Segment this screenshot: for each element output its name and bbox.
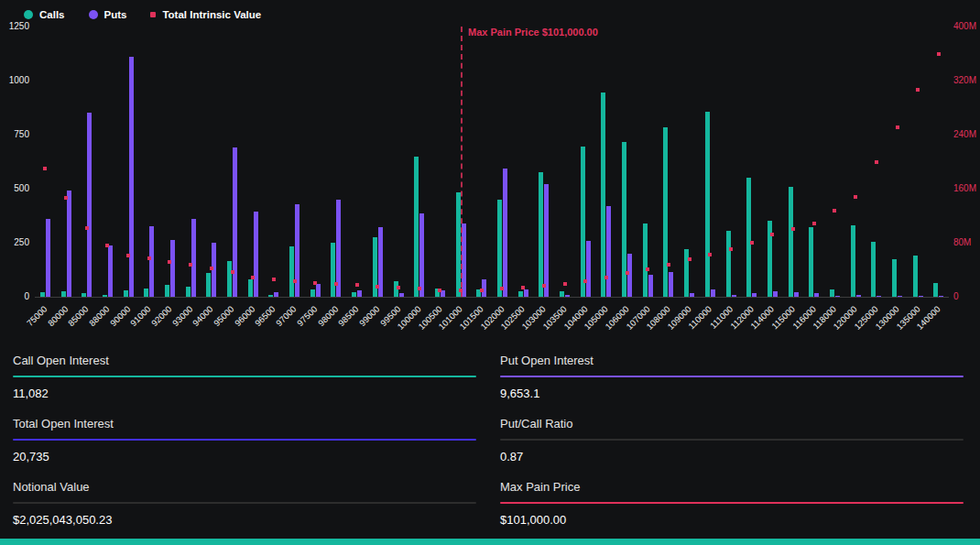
- legend-item-puts[interactable]: Puts: [89, 9, 127, 20]
- tiv-dot: [833, 209, 836, 213]
- right-y-tick: 0: [953, 292, 959, 301]
- tiv-dot: [168, 260, 171, 264]
- stat-label: Put Open Interest: [500, 354, 964, 367]
- put-bar: [233, 147, 237, 297]
- put-bar: [316, 284, 321, 297]
- call-bar: [913, 256, 918, 297]
- bar-group-104000: [575, 27, 596, 297]
- put-bar: [939, 296, 943, 297]
- call-bar: [186, 287, 191, 297]
- call-bar: [414, 157, 419, 297]
- put-bar: [794, 292, 799, 297]
- tiv-dot: [189, 263, 192, 267]
- stat-max-pain-price: Max Pain Price $101,000.00: [500, 478, 964, 527]
- x-tick: 140000: [929, 298, 950, 340]
- call-bar: [227, 261, 232, 297]
- stat-underline: [13, 439, 476, 441]
- call-bar: [789, 187, 793, 297]
- bar-group-125000: [866, 27, 887, 297]
- call-bar: [726, 231, 731, 297]
- legend-item-calls[interactable]: Calls: [24, 9, 65, 20]
- put-bar: [170, 240, 175, 297]
- call-bar: [851, 225, 855, 297]
- tiv-dot: [418, 287, 421, 290]
- bar-group-99000: [367, 27, 388, 297]
- put-bar: [732, 295, 736, 297]
- right-y-tick: 160M: [953, 184, 976, 193]
- call-bar: [268, 295, 273, 297]
- right-y-tick: 240M: [953, 130, 976, 139]
- call-bar: [892, 259, 897, 297]
- put-bar: [544, 184, 549, 297]
- bar-group-99500: [388, 27, 409, 297]
- bar-group-96500: [264, 27, 285, 297]
- call-bar: [289, 246, 294, 297]
- bar-group-75000: [35, 27, 56, 297]
- put-bar: [690, 293, 694, 297]
- stat-label: Put/Call Ratio: [500, 417, 964, 431]
- left-y-tick: 500: [14, 184, 29, 193]
- call-bar: [684, 249, 689, 297]
- tiv-dot: [210, 267, 213, 270]
- bar-group-98500: [346, 27, 367, 297]
- put-bar: [586, 241, 591, 297]
- tiv-dot: [937, 52, 941, 56]
- stat-label: Notional Value: [13, 480, 476, 494]
- put-bar: [191, 219, 196, 297]
- max-pain-line: [461, 27, 463, 297]
- bar-group-103000: [534, 27, 555, 297]
- tiv-dot: [667, 263, 670, 267]
- tiv-dot: [231, 270, 234, 274]
- bar-group-103500: [554, 27, 575, 297]
- put-bar: [648, 275, 653, 297]
- bar-group-100500: [430, 27, 451, 297]
- right-y-tick: 320M: [953, 76, 976, 85]
- stat-value: 0.87: [500, 450, 964, 463]
- call-bar: [103, 295, 107, 297]
- call-bar: [248, 279, 253, 297]
- legend-label-calls: Calls: [39, 9, 65, 20]
- tiv-dot: [604, 276, 608, 279]
- tiv-dot: [583, 279, 587, 283]
- call-bar: [61, 291, 66, 297]
- x-axis: 7500080000850008800090000910009200093000…: [35, 298, 949, 340]
- bar-group-85000: [76, 27, 97, 297]
- legend-item-total-intrinsic-value[interactable]: Total Intrinsic Value: [150, 9, 261, 20]
- put-bar: [565, 295, 570, 297]
- call-bar: [144, 289, 148, 297]
- bar-group-105000: [596, 27, 617, 297]
- stat-call-open-interest: Call Open Interest 11,082: [13, 352, 476, 400]
- bar-group-111000: [721, 27, 742, 297]
- tiv-dot: [105, 244, 109, 247]
- tiv-dot: [708, 253, 712, 256]
- tiv-dot: [542, 284, 546, 288]
- put-bar: [149, 226, 154, 297]
- put-bar: [627, 254, 632, 297]
- legend-label-puts: Puts: [104, 9, 127, 20]
- call-bar: [871, 242, 876, 297]
- put-bar: [108, 245, 113, 297]
- tiv-dot: [147, 256, 151, 260]
- put-bar: [856, 295, 861, 297]
- right-y-tick: 400M: [953, 22, 976, 31]
- tiv-dot: [313, 281, 317, 285]
- tiv-dot: [251, 276, 255, 279]
- bar-group-88000: [97, 27, 118, 297]
- bar-group-90000: [118, 27, 139, 297]
- stats-grid: Call Open Interest 11,082 Put Open Inter…: [13, 352, 964, 527]
- call-bar: [560, 291, 564, 297]
- tiv-dot: [64, 196, 68, 200]
- call-bar: [933, 283, 938, 297]
- call-bar: [124, 290, 128, 297]
- put-bar: [877, 296, 881, 297]
- call-bar: [830, 289, 834, 297]
- call-bar: [456, 192, 461, 297]
- put-bar: [46, 219, 50, 297]
- call-bar: [40, 292, 45, 297]
- bottom-accent-bar: [0, 539, 980, 545]
- stat-underline: [13, 376, 476, 377]
- bar-group-102500: [513, 27, 534, 297]
- bar-group-110000: [700, 27, 721, 297]
- call-bar: [518, 291, 523, 297]
- bar-group-97500: [305, 27, 326, 297]
